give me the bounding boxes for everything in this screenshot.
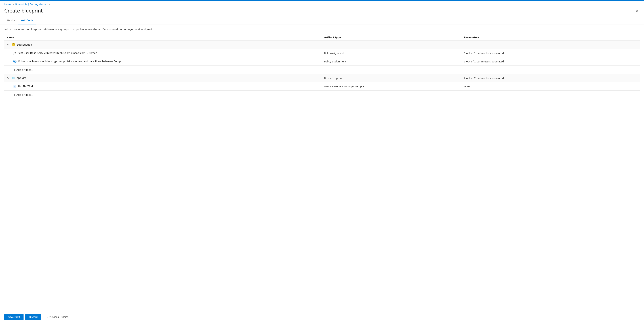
close-button[interactable]: ×: [634, 8, 640, 14]
breadcrumb-blueprints[interactable]: Blueprints | Getting started: [15, 3, 48, 6]
svg-rect-10: [12, 77, 15, 79]
tabs-container: Basics Artifacts: [0, 17, 644, 24]
col-header-name: Name: [4, 34, 322, 41]
more-options-button[interactable]: ···: [44, 8, 51, 14]
add-artifact-sub-text: Add artifact...: [16, 68, 33, 71]
breadcrumb-home[interactable]: Home: [4, 3, 11, 6]
hubnetwork-type-cell: Azure Resource Manager templa...: [322, 82, 462, 91]
add-artifact-appgrp-text: Add artifact...: [16, 93, 33, 96]
table-row: app-grp Resource group 2 out of 2 parame…: [4, 74, 640, 82]
policy-name-cell: Virtual machines should encrypt temp dis…: [4, 57, 322, 66]
table-row: Subscription ···: [4, 41, 640, 49]
subscription-name-cell: Subscription: [4, 41, 322, 49]
col-header-type: Artifact type: [322, 34, 462, 41]
add-artifact-sub-actions: ···: [602, 66, 640, 74]
table-row: Test User (testuser@M365x82902268.onmicr…: [4, 49, 640, 57]
add-artifact-appgrp-type: [322, 91, 462, 99]
add-artifact-subscription-label[interactable]: + Add artifact...: [13, 68, 33, 72]
add-artifact-appgrp-params: [462, 91, 602, 99]
role-name-cell: Test User (testuser@M365x82902268.onmicr…: [4, 49, 322, 57]
table-row: HubNetWork Azure Resource Manager templa…: [4, 82, 640, 91]
svg-rect-12: [12, 78, 13, 78]
breadcrumb-sep1: >: [12, 3, 14, 6]
table-header-row: Name Artifact type Parameters: [4, 34, 640, 41]
hubnetwork-more-button[interactable]: ···: [633, 84, 638, 89]
role-type-cell: Role assignment: [322, 49, 462, 57]
role-more-button[interactable]: ···: [633, 51, 638, 55]
footer: Save Draft Discard « Previous : Basics: [0, 311, 644, 323]
artifacts-table: Name Artifact type Parameters: [4, 34, 640, 99]
table-row: Virtual machines should encrypt temp dis…: [4, 57, 640, 66]
table-row[interactable]: + Add artifact... ···: [4, 91, 640, 99]
policy-more-button[interactable]: ···: [633, 59, 638, 64]
role-params-cell: 1 out of 1 parameters populated: [462, 49, 602, 57]
hubnetwork-label: HubNetWork: [18, 85, 34, 88]
role-label: Test User (testuser@M365x82902268.onmicr…: [18, 52, 97, 54]
subscription-type-cell: [322, 41, 462, 49]
add-artifact-appgrp-actions: ···: [602, 91, 640, 99]
appgrp-params-cell: 2 out of 2 parameters populated: [462, 74, 602, 82]
add-artifact-appgrp-cell[interactable]: + Add artifact...: [4, 91, 322, 99]
page-header-left: Create blueprint ···: [4, 8, 51, 14]
policy-actions-cell: ···: [602, 57, 640, 66]
svg-point-9: [14, 61, 16, 62]
hubnetwork-name-cell: HubNetWork: [4, 82, 322, 91]
add-artifact-sub-cell[interactable]: + Add artifact...: [4, 66, 322, 74]
appgrp-more-button[interactable]: ···: [633, 76, 638, 80]
description-text: Add artifacts to the blueprint. Add reso…: [4, 28, 640, 31]
add-plus-icon: +: [13, 68, 16, 72]
appgrp-actions-cell: ···: [602, 74, 640, 82]
add-artifact-sub-type: [322, 66, 462, 74]
discard-button[interactable]: Discard: [25, 314, 41, 320]
add-artifact-appgrp-label[interactable]: + Add artifact...: [13, 93, 33, 97]
page-title: Create blueprint: [4, 8, 43, 14]
main-content: Add artifacts to the blueprint. Add reso…: [0, 24, 644, 311]
tab-basics[interactable]: Basics: [4, 17, 18, 24]
tab-artifacts[interactable]: Artifacts: [18, 17, 36, 24]
resource-group-icon: [12, 76, 15, 80]
previous-button[interactable]: « Previous : Basics: [43, 314, 72, 320]
hubnetwork-params-cell: None: [462, 82, 602, 91]
page-header: Create blueprint ··· ×: [0, 7, 644, 16]
appgrp-label: app-grp: [17, 76, 26, 80]
add-artifact-sub-more-button[interactable]: ···: [633, 68, 638, 72]
chevron-down-icon: [6, 76, 10, 80]
appgrp-name-cell: app-grp: [4, 74, 322, 82]
appgrp-type-cell: Resource group: [322, 74, 462, 82]
subscription-icon: [12, 43, 15, 46]
subscription-params-cell: [462, 41, 602, 49]
policy-label: Virtual machines should encrypt temp dis…: [18, 60, 123, 63]
subscription-label: Subscription: [17, 43, 32, 46]
svg-rect-13: [14, 78, 14, 78]
subscription-actions-cell: ···: [602, 41, 640, 49]
hubnetwork-actions-cell: ···: [602, 82, 640, 91]
col-header-params: Parameters: [462, 34, 602, 41]
add-artifact-appgrp-more-button[interactable]: ···: [633, 92, 638, 97]
policy-params-cell: 0 out of 1 parameters populated: [462, 57, 602, 66]
add-plus-icon-2: +: [13, 93, 16, 97]
table-row[interactable]: + Add artifact... ···: [4, 66, 640, 74]
policy-icon: [13, 60, 17, 63]
template-icon: [13, 84, 17, 88]
user-icon: [13, 51, 17, 55]
add-artifact-sub-params: [462, 66, 602, 74]
subscription-more-button[interactable]: ···: [633, 42, 638, 47]
role-actions-cell: ···: [602, 49, 640, 57]
col-header-actions: [602, 34, 640, 41]
policy-type-cell: Policy assignment: [322, 57, 462, 66]
breadcrumb-sep2: >: [48, 3, 50, 6]
breadcrumb: Home > Blueprints | Getting started >: [0, 1, 644, 7]
save-draft-button[interactable]: Save Draft: [4, 314, 24, 320]
chevron-down-icon: [6, 43, 10, 46]
